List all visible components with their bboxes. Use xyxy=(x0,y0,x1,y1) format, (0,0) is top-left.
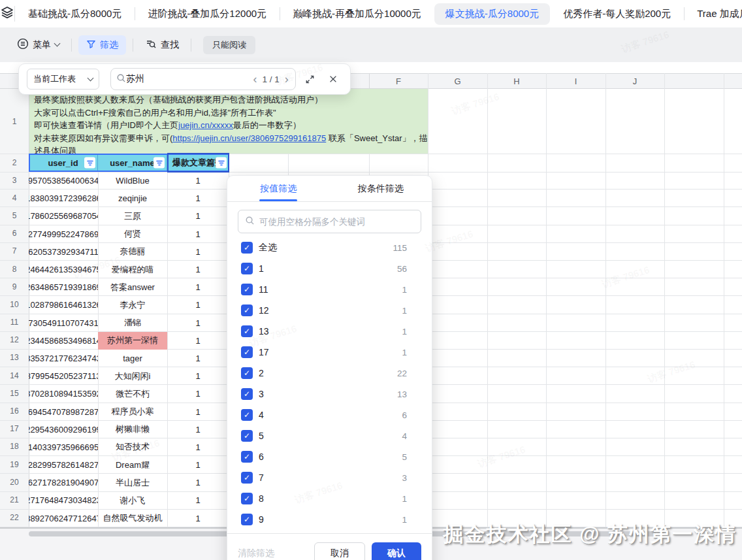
tab-filter-by-value[interactable]: 按值筛选 xyxy=(227,176,330,201)
cell-user-id[interactable]: 3353721776234743 xyxy=(29,350,98,367)
expand-icon[interactable] xyxy=(301,70,319,88)
cell-user-id[interactable]: 620537392934711 xyxy=(29,243,98,261)
cell-article-count[interactable]: 1 xyxy=(167,438,229,456)
readonly-badge[interactable]: 只能阅读 xyxy=(203,36,255,54)
row-number[interactable]: 15 xyxy=(0,384,29,402)
checkbox-checked-icon[interactable]: ✓ xyxy=(241,388,253,400)
cell-user-name[interactable]: 知否技术 xyxy=(98,438,167,456)
cell-article-count[interactable]: 1 xyxy=(167,261,229,278)
row-number[interactable]: 9 xyxy=(0,278,29,295)
row-number[interactable]: 8 xyxy=(0,260,29,278)
cell-user-id[interactable]: 2464426135394675 xyxy=(29,261,98,278)
sheet-tab[interactable]: 优秀作者-每人奖励200元 xyxy=(550,0,684,27)
row-number[interactable]: 13 xyxy=(0,349,29,367)
cancel-button[interactable]: 取消 xyxy=(314,542,365,560)
cell-user-id[interactable]: 2295436009296199 xyxy=(29,421,98,438)
cell-user-id[interactable]: 3702810894153592 xyxy=(29,385,98,403)
filter-value-item[interactable]: ✓ 5 4 xyxy=(227,425,432,446)
cell-user-name[interactable]: 何贤 xyxy=(98,225,167,243)
checkbox-checked-icon[interactable]: ✓ xyxy=(241,493,253,504)
cell-article-count[interactable]: 1 xyxy=(167,385,229,403)
cell-user-id[interactable]: 957053856400634 xyxy=(29,172,98,189)
filter-value-item[interactable]: ✓ 全选 115 xyxy=(227,237,432,258)
row-number[interactable]: 4 xyxy=(0,189,29,206)
cell-user-id[interactable]: 2634865719391869 xyxy=(29,278,98,296)
filter-value-item[interactable]: ✓ 9 1 xyxy=(227,509,432,530)
cell-user-name[interactable]: zeqinjie xyxy=(98,189,167,207)
cell-article-count[interactable]: 1 xyxy=(167,207,229,225)
cell-user-name[interactable]: 大知闲闲i xyxy=(98,367,167,385)
cell-user-id[interactable]: 1838039172396286 xyxy=(29,189,98,207)
sheet-tab[interactable]: 巅峰挑战-再叠加瓜分10000元 xyxy=(280,0,434,27)
header-user-id[interactable]: user_id xyxy=(29,154,98,172)
filter-value-item[interactable]: ✓ 11 1 xyxy=(227,279,432,300)
cell-article-count[interactable]: 1 xyxy=(167,243,229,261)
cell-article-count[interactable]: 1 xyxy=(167,189,229,207)
row-number[interactable]: 22 xyxy=(0,509,29,527)
cell-article-count[interactable]: 1 xyxy=(167,314,229,332)
filter-search-input[interactable] xyxy=(259,217,414,227)
filter-button[interactable]: 筛选 xyxy=(78,35,126,55)
tab-filter-by-condition[interactable]: 按条件筛选 xyxy=(330,176,432,201)
notice-cell[interactable]: 最终奖励按照获奖人数来瓜分（基础挑战的获奖用户包含进阶挑战活动用户） 大家可以点… xyxy=(29,89,428,154)
cell-user-id[interactable]: 2717648473034823 xyxy=(29,491,98,509)
cell-user-id[interactable]: 282995782614827 xyxy=(29,456,98,474)
column-header-letter[interactable]: I xyxy=(546,74,605,88)
row-number[interactable]: 6 xyxy=(0,225,29,242)
row-number[interactable]: 7 xyxy=(0,242,29,260)
filter-value-item[interactable]: ✓ 2 22 xyxy=(227,363,432,384)
row-number[interactable]: 20 xyxy=(0,473,29,491)
cell-article-count[interactable]: 1 xyxy=(167,332,229,350)
cell-user-name[interactable]: 李永宁 xyxy=(98,296,167,314)
cell-article-count[interactable]: 1 xyxy=(167,296,229,314)
cell-user-name[interactable]: 爱编程的喵 xyxy=(98,261,167,278)
cell-user-name[interactable]: 潘锦 xyxy=(98,314,167,332)
sheet-hub-button[interactable] xyxy=(0,6,15,22)
cell-user-id[interactable]: 1786025569687054 xyxy=(29,207,98,225)
close-icon[interactable] xyxy=(324,70,342,88)
cell-user-name[interactable]: 三原 xyxy=(98,207,167,225)
column-header-letter[interactable]: J xyxy=(605,74,664,88)
checkbox-checked-icon[interactable]: ✓ xyxy=(241,472,253,484)
filter-value-item[interactable]: ✓ 17 1 xyxy=(227,342,432,363)
cell-user-name[interactable]: 半山居士 xyxy=(98,474,167,491)
checkbox-checked-icon[interactable]: ✓ xyxy=(241,514,253,525)
cell-user-name[interactable]: 树獭非懒 xyxy=(98,421,167,438)
filter-value-item[interactable]: ✓ 12 1 xyxy=(227,300,432,321)
row-number[interactable]: 19 xyxy=(0,455,29,473)
cell-article-count[interactable]: 1 xyxy=(167,278,229,296)
cell-user-name[interactable]: 程序员小寒 xyxy=(98,403,167,420)
sheet-tab[interactable]: 基础挑战-瓜分8000元 xyxy=(15,0,135,27)
row-number[interactable]: 14 xyxy=(0,367,29,384)
menu-button[interactable]: 菜单 xyxy=(12,35,65,55)
row-number[interactable]: 16 xyxy=(0,402,29,420)
checkbox-checked-icon[interactable]: ✓ xyxy=(241,284,253,295)
filter-value-item[interactable]: ✓ 3 13 xyxy=(227,384,432,404)
row-number[interactable]: 17 xyxy=(0,420,29,438)
cell-article-count[interactable]: 1 xyxy=(167,367,229,385)
column-header-letter[interactable]: H xyxy=(487,74,546,88)
cell-article-count[interactable]: 1 xyxy=(167,491,229,509)
cell-user-name[interactable]: 自然吸气发动机 xyxy=(98,510,167,527)
confirm-button[interactable]: 确认 xyxy=(372,542,421,560)
filter-value-item[interactable]: ✓ 1 56 xyxy=(227,258,432,279)
cell-user-name[interactable]: 苏州第一深情 xyxy=(98,332,167,350)
row-number[interactable]: 18 xyxy=(0,438,29,455)
row-number[interactable]: 3 xyxy=(0,171,29,189)
checkbox-checked-icon[interactable]: ✓ xyxy=(241,430,253,442)
cell-article-count[interactable]: 1 xyxy=(167,510,229,527)
cell-article-count[interactable]: 1 xyxy=(167,474,229,491)
row-number[interactable]: 21 xyxy=(0,491,29,508)
row-number[interactable]: 10 xyxy=(0,295,29,313)
cell-user-name[interactable]: 答案answer xyxy=(98,278,167,296)
sheet-tab[interactable]: Trae 加成瓜分 xyxy=(684,0,742,27)
checkbox-checked-icon[interactable]: ✓ xyxy=(241,367,253,379)
row-number[interactable]: 12 xyxy=(0,331,29,349)
cell-article-count[interactable]: 1 xyxy=(167,456,229,474)
cell-user-id[interactable]: 730549110707431 xyxy=(29,314,98,332)
cell-user-id[interactable]: 627178281904907 xyxy=(29,474,98,491)
filter-value-item[interactable]: ✓ 8 1 xyxy=(227,488,432,509)
filter-value-item[interactable]: ✓ 6 5 xyxy=(227,446,432,467)
cell-user-name[interactable]: 奈德丽 xyxy=(98,243,167,261)
row-number[interactable]: 5 xyxy=(0,206,29,224)
